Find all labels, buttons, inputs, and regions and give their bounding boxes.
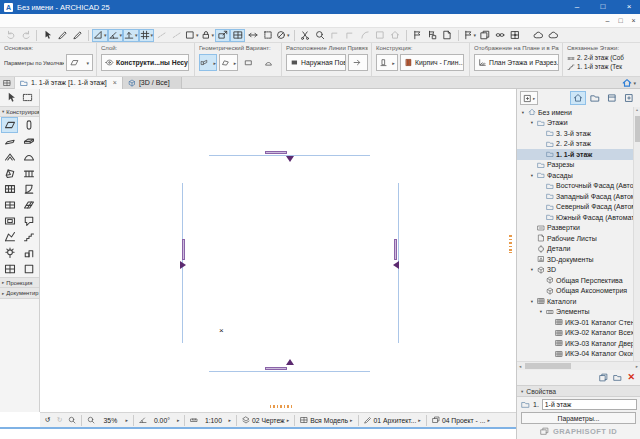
zoom-next-button[interactable]: ↻	[54, 414, 66, 427]
tree-item[interactable]: 3. 3-й этаж	[517, 128, 640, 139]
graphisoft-id-bar[interactable]: GRAPHISOFT ID	[517, 424, 640, 439]
auto-dimension[interactable]	[230, 29, 245, 42]
tool-mesh[interactable]	[1, 229, 18, 245]
navtab-view-map[interactable]	[587, 91, 603, 105]
clone-folder-button[interactable]	[613, 373, 622, 382]
snap-points[interactable]	[184, 29, 200, 42]
element-transfer[interactable]	[492, 29, 507, 42]
geometry-polygon-button[interactable]: ▸	[219, 54, 237, 71]
tree-item[interactable]: Южный Фасад (Автоматическ	[517, 212, 640, 223]
wall-default-button[interactable]: ▾	[66, 54, 93, 71]
reference-line-button[interactable]: Наружная Пове... ▸	[286, 54, 346, 71]
tree-item[interactable]: ▾ Без имени	[517, 107, 640, 118]
tree-expand-icon[interactable]: ▾	[529, 120, 535, 125]
tree-item[interactable]: Западный Фасад (Автоматиче	[517, 191, 640, 202]
minimize-button[interactable]: –	[566, 0, 588, 14]
zoom-increase-button[interactable]	[65, 414, 79, 427]
maximize-button[interactable]: □	[592, 0, 614, 14]
floor-plan-canvas[interactable]: ×	[40, 89, 516, 412]
receive-changes[interactable]	[545, 29, 560, 42]
tree-horizontal-scrollbar[interactable]: ◂ ▸	[517, 361, 640, 370]
zoom-previous-button[interactable]: ↺	[42, 414, 54, 427]
undo[interactable]	[3, 29, 18, 42]
toolbar-button[interactable]	[294, 30, 295, 41]
menu-item[interactable]	[32, 16, 42, 26]
mdi-close-button[interactable]: ×	[627, 17, 640, 24]
toolbar-button[interactable]	[458, 30, 459, 41]
structure-type-button[interactable]: ▸	[376, 54, 398, 71]
tab-overview-button[interactable]	[0, 77, 15, 89]
tool-curtain-wall[interactable]	[1, 181, 18, 197]
toolbar-button[interactable]	[406, 30, 407, 41]
measure[interactable]	[70, 29, 85, 42]
copy-settings[interactable]	[477, 29, 492, 42]
grid-systems[interactable]	[507, 29, 522, 42]
tool-lamp[interactable]	[1, 245, 18, 261]
tree-item[interactable]: Восточный Фасад (Автоматич	[517, 181, 640, 192]
tree-expand-icon[interactable]: ▾	[529, 173, 535, 178]
close-button[interactable]: ×	[618, 0, 640, 14]
tree-item[interactable]: Рабочие Листы	[517, 233, 640, 244]
tree-expand-icon[interactable]: ▾	[529, 299, 535, 304]
building-material-button[interactable]: Кирпич - Глин... ▸	[400, 54, 464, 71]
zoom-level-control[interactable]: 35% ▸	[84, 414, 131, 427]
toolbar-button[interactable]	[522, 29, 530, 42]
tree-vertical-scrollbar[interactable]: ▴	[633, 107, 640, 361]
adjust[interactable]	[313, 29, 328, 42]
guide-segment[interactable]	[154, 29, 169, 42]
tool-wall[interactable]	[1, 117, 18, 133]
renovation-filter-control[interactable]: 04 Проект - ... ▸	[429, 414, 493, 427]
tree-item[interactable]: Детали	[517, 244, 640, 255]
orientation-control[interactable]: 0.00° ▸	[136, 414, 183, 427]
tree-hscroll-thumb[interactable]	[525, 363, 571, 369]
toolbar-button[interactable]	[88, 30, 89, 41]
tree-item[interactable]: ▾ Элементы	[517, 307, 640, 318]
document-tab[interactable]: 1. 1-й этаж [1. 1-й этаж] ×	[15, 77, 123, 89]
tool-column[interactable]	[21, 117, 38, 133]
orientation[interactable]	[275, 29, 291, 42]
tool-door[interactable]	[21, 181, 38, 197]
revision[interactable]	[440, 29, 455, 42]
toolbar-button[interactable]	[36, 30, 37, 41]
navtab-publisher[interactable]	[621, 91, 637, 105]
flag-favorites[interactable]	[425, 29, 440, 42]
tool-zone-stamp[interactable]	[21, 261, 38, 277]
elevation-marker-south[interactable]	[265, 367, 287, 370]
menu-item[interactable]	[52, 16, 62, 26]
snap-grid[interactable]	[139, 29, 155, 42]
geometry-rect-button[interactable]	[240, 54, 258, 71]
project-chooser-button[interactable]: ▸	[520, 91, 538, 105]
select-arrow-tool[interactable]	[6, 92, 17, 103]
menu-item[interactable]	[2, 16, 12, 26]
menu-item[interactable]	[22, 16, 32, 26]
tree-item[interactable]: Общая Перспектива	[517, 275, 640, 286]
elevation-marker-west[interactable]	[182, 239, 185, 260]
tool-railing[interactable]	[21, 165, 38, 181]
tree-item[interactable]: ИКЭ-01 Каталог Стен	[517, 317, 640, 328]
geometry-curved-button[interactable]	[260, 54, 278, 71]
canvas-horizontal-scrollbar[interactable]	[270, 405, 294, 408]
quick-navigate-button[interactable]: ▾	[622, 78, 636, 88]
resize[interactable]	[373, 29, 388, 42]
marquee-tool[interactable]	[22, 92, 33, 103]
tree-item[interactable]: ▾ Каталоги	[517, 296, 640, 307]
tree-item[interactable]: Разрезы	[517, 160, 640, 171]
toolbox-section-design[interactable]: ▾ Конструиров	[0, 106, 39, 117]
split[interactable]	[298, 29, 313, 42]
tree-expand-icon[interactable]: ▾	[520, 110, 526, 115]
menu-item[interactable]	[82, 16, 92, 26]
redo[interactable]	[18, 29, 33, 42]
fillet[interactable]	[358, 29, 373, 42]
tree-item[interactable]: Общая Аксонометрия	[517, 286, 640, 297]
menu-item[interactable]	[12, 16, 22, 26]
linked-story-row[interactable]: 2. 2-й этаж (Соб	[567, 53, 637, 62]
selection-frame[interactable]	[260, 29, 275, 42]
move-mode[interactable]	[215, 29, 230, 42]
elevation-marker-east[interactable]	[394, 239, 397, 260]
geometry-straight-button[interactable]: ▸	[199, 54, 217, 71]
tool-window[interactable]	[1, 197, 18, 213]
tool-skylight[interactable]	[21, 197, 38, 213]
tab-close-icon[interactable]: ×	[113, 79, 117, 86]
floor-plan-display-button[interactable]: План Этажа и Разрез... ▸	[474, 54, 559, 71]
tool-opening[interactable]	[1, 213, 18, 229]
